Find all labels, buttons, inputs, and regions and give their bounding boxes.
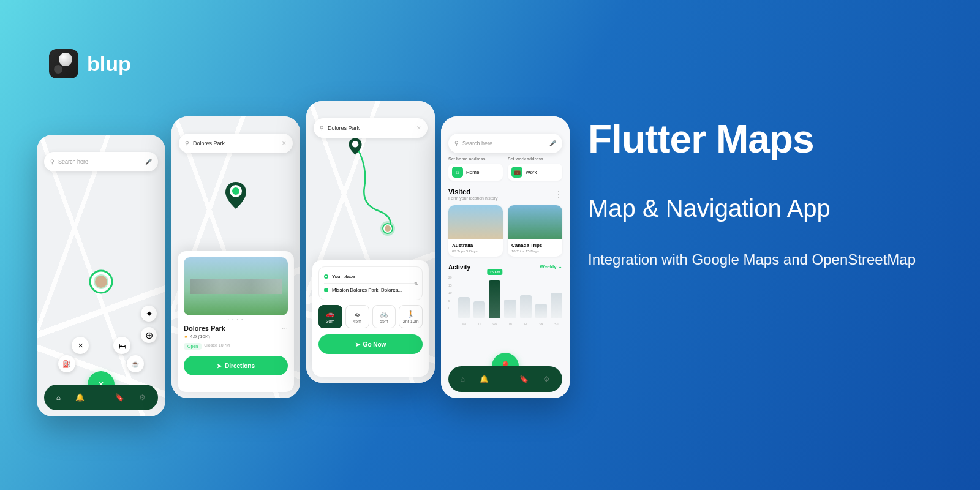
home-address-card[interactable]: Set home address ⌂Home	[448, 157, 503, 181]
go-now-button[interactable]: ➤ Go Now	[318, 334, 423, 354]
radial-restaurant-icon[interactable]: ✕	[72, 337, 89, 354]
destination-pin[interactable]	[380, 221, 396, 236]
chart-bar[interactable]	[504, 300, 516, 319]
place-title: Dolores Park	[184, 325, 225, 332]
search-bar[interactable]: ⚲ Dolores Park ✕	[314, 118, 428, 138]
activity-filter[interactable]: Weekly ⌄	[540, 264, 562, 271]
mode-walk[interactable]: 🚶2hr 10m	[399, 305, 423, 328]
place-thumbnail	[448, 205, 503, 239]
dest-dot-icon	[324, 288, 328, 292]
phone-dashboard: Set home address ⌂Home Set work address …	[441, 116, 570, 398]
place-thumbnail	[508, 205, 562, 239]
rating-text: 4.5 (10K)	[190, 334, 210, 339]
more-icon[interactable]: ⋯	[282, 325, 288, 332]
radial-fuel-icon[interactable]: ⛽	[58, 355, 75, 372]
chart-bar-active[interactable]	[489, 280, 500, 318]
blup-logo-icon	[49, 49, 78, 78]
search-bar[interactable]: ⚲ Dolores Park ✕	[179, 134, 293, 153]
origin-dot-icon	[324, 274, 328, 279]
car-icon: 🚗	[326, 310, 334, 318]
search-icon: ⚲	[454, 140, 459, 146]
clear-icon[interactable]: ✕	[282, 140, 287, 146]
activity-chart: 20151050 MoTuWeThFiSaSu	[448, 276, 562, 318]
place-detail-card: ● ● ● ● Dolores Park ⋯ ★ 4.5 (10K) Open …	[178, 251, 294, 392]
clear-icon[interactable]: ✕	[417, 125, 421, 131]
phone-route: ⚲ Dolores Park ✕ Your place Mission Dolo…	[306, 101, 435, 383]
origin-input[interactable]: Your place	[324, 272, 417, 281]
hero-subtitle: Map & Navigation App	[588, 192, 931, 224]
svg-point-5	[352, 141, 359, 148]
nav-bookmark-icon[interactable]: 🔖	[115, 393, 124, 402]
place-pin[interactable]	[224, 181, 248, 210]
chart-bar[interactable]	[551, 293, 562, 318]
svg-point-2	[95, 276, 107, 288]
search-value: Dolores Park	[193, 140, 225, 146]
visited-card[interactable]: Canada Trips10 Trips 15 Days	[508, 205, 562, 257]
visited-header: Visited Form your location history ⋮	[448, 188, 562, 200]
route-card: Your place Mission Dolores Park, Dolores…	[312, 260, 429, 377]
search-icon: ⚲	[320, 125, 324, 131]
photo-pager-dots: ● ● ● ●	[184, 318, 288, 321]
bottom-nav: ⌂ 🔔 . 🔖 ⚙	[44, 385, 158, 410]
close-time: Closed 10PM	[204, 343, 230, 350]
chart-bar[interactable]	[473, 301, 485, 318]
open-status: Open Closed 10PM	[184, 343, 288, 350]
swap-icon[interactable]: ⇅	[414, 281, 418, 286]
visited-card[interactable]: Australia06 Trips 5 Days	[448, 205, 503, 257]
hero-title: Flutter Maps	[588, 116, 931, 162]
brand-name: blup	[87, 52, 131, 76]
briefcase-icon: 💼	[511, 167, 522, 178]
chart-xaxis: MoTuWeThFiSaSu	[458, 322, 562, 326]
address-shortcuts: Set home address ⌂Home Set work address …	[448, 157, 562, 181]
nav-bell-icon[interactable]: 🔔	[480, 375, 489, 383]
phone-home-map: Staten Is ⚲ Search here 🎤 ✦ ⊕ ⛽ ✕ 🛏 ☕ × …	[37, 135, 165, 417]
chart-bar[interactable]	[458, 297, 470, 318]
transport-modes: 🚗30m 🏍45m 🚲55m 🚶2hr 10m	[318, 305, 423, 328]
activity-header: Activity Weekly ⌄	[448, 264, 562, 271]
open-badge: Open	[184, 343, 202, 350]
work-address-card[interactable]: Set work address 💼Work	[508, 157, 562, 181]
radial-hotel-icon[interactable]: 🛏	[113, 337, 130, 354]
destination-input[interactable]: Mission Dolores Park, Dolores...	[324, 285, 417, 295]
mic-icon[interactable]: 🎤	[549, 140, 556, 146]
nav-settings-icon[interactable]: ⚙	[543, 375, 550, 383]
star-icon: ★	[184, 334, 188, 339]
phone-mockups: Staten Is ⚲ Search here 🎤 ✦ ⊕ ⛽ ✕ 🛏 ☕ × …	[37, 101, 570, 417]
mode-motorcycle[interactable]: 🏍45m	[345, 305, 369, 328]
radial-cafe-icon[interactable]: ☕	[127, 355, 144, 372]
mode-car[interactable]: 🚗30m	[318, 305, 342, 328]
search-icon: ⚲	[185, 140, 189, 146]
nav-bell-icon[interactable]: 🔔	[75, 393, 85, 402]
search-bar[interactable]: ⚲ Search here 🎤	[44, 152, 158, 172]
user-location-pin[interactable]	[89, 270, 113, 299]
mode-bicycle[interactable]: 🚲55m	[372, 305, 396, 328]
search-bar[interactable]: ⚲ Search here 🎤	[448, 134, 562, 153]
search-icon: ⚲	[50, 159, 55, 165]
phone-place-detail: ⚲ Dolores Park ✕ ● ● ● ● Dolores Park ⋯ …	[172, 116, 300, 398]
home-icon: ⌂	[452, 167, 463, 178]
search-placeholder: Search here	[462, 140, 492, 146]
bicycle-icon: 🚲	[380, 310, 388, 318]
rating-row: ★ 4.5 (10K)	[184, 334, 288, 339]
nav-settings-icon[interactable]: ⚙	[139, 393, 146, 402]
place-photo[interactable]	[184, 257, 288, 315]
nav-bookmark-icon[interactable]: 🔖	[519, 375, 529, 383]
origin-pin[interactable]	[346, 137, 364, 160]
nav-home-icon[interactable]: ⌂	[56, 393, 61, 402]
hero-description: Integration with Google Maps and OpenStr…	[588, 249, 931, 271]
hero-text: Flutter Maps Map & Navigation App Integr…	[588, 116, 931, 271]
directions-button[interactable]: ➤ Directions	[184, 356, 288, 375]
visited-cards: Australia06 Trips 5 Days Canada Trips10 …	[448, 205, 562, 257]
compass-button[interactable]: ✦	[141, 306, 157, 322]
motorcycle-icon: 🏍	[354, 311, 361, 318]
nav-home-icon[interactable]: ⌂	[461, 375, 465, 383]
svg-point-8	[385, 225, 391, 232]
mic-icon[interactable]: 🎤	[145, 159, 152, 165]
search-value: Dolores Park	[328, 125, 360, 131]
chart-bar[interactable]	[520, 295, 532, 319]
navigate-icon: ➤	[355, 341, 360, 348]
more-icon[interactable]: ⋮	[555, 190, 562, 198]
brand-logo: blup	[49, 49, 131, 78]
chart-bar[interactable]	[535, 304, 547, 319]
walk-icon: 🚶	[407, 310, 415, 318]
